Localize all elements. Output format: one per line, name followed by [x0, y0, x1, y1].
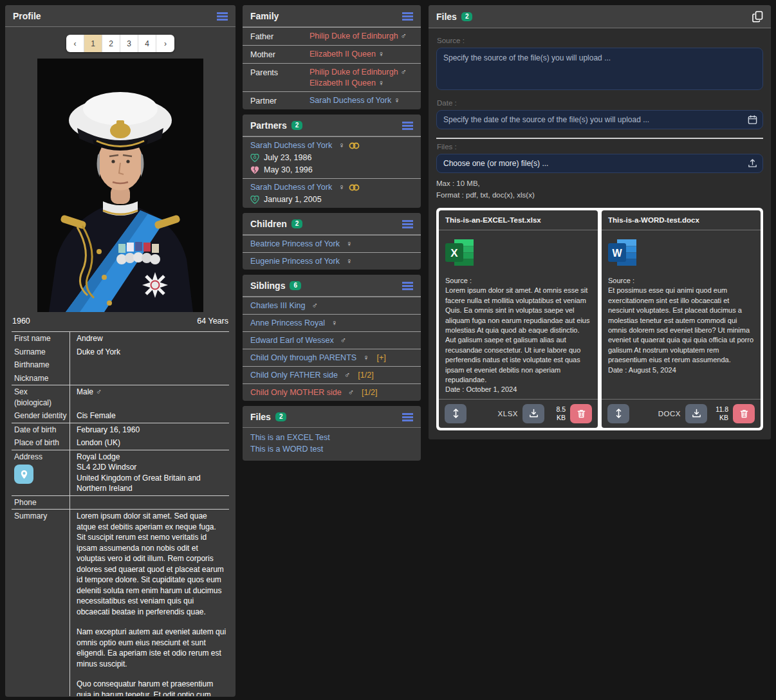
max-size-note: Max : 10 MB,	[436, 178, 763, 190]
person-link[interactable]: Sarah Duchess of York	[309, 96, 391, 105]
person-link[interactable]: Child Only FATHER side	[250, 371, 338, 380]
files-form-title: Files	[436, 12, 457, 22]
files-label: Files :	[437, 143, 763, 151]
menu-icon[interactable]	[217, 12, 228, 21]
file-link[interactable]: This is an EXCEL Test	[250, 432, 413, 443]
person-link[interactable]: Sarah Duchess of York	[250, 141, 332, 150]
person-link[interactable]: Sarah Duchess of York	[250, 183, 332, 192]
upload-icon[interactable]	[748, 159, 757, 169]
file-name: This-is-a-WORD-test.docx	[602, 210, 761, 230]
menu-icon[interactable]	[402, 220, 413, 228]
family-row-mother: Mother Elizabeth II Queen♀	[243, 45, 421, 63]
source-input[interactable]	[436, 48, 763, 90]
file-link[interactable]: This is a WORD test	[250, 443, 413, 455]
menu-icon[interactable]	[402, 12, 413, 21]
sibling-item: Child Only through PARENTS ♀ [+]	[243, 349, 421, 366]
profile-details-table: First nameAndrew SurnameDuke of York Bir…	[12, 331, 229, 696]
delete-button[interactable]	[733, 404, 755, 423]
pagination-page-3[interactable]: 3	[120, 35, 138, 52]
person-link[interactable]: Anne Princess Royal	[250, 318, 325, 327]
menu-icon[interactable]	[402, 282, 413, 290]
family-panel: Family Father Philip Duke of Edinburgh♂ …	[243, 5, 421, 109]
person-link[interactable]: Beatrice Princess of York	[250, 239, 340, 248]
pagination-prev-button[interactable]: ‹	[66, 35, 84, 52]
female-gender-icon: ♀	[338, 141, 344, 150]
children-title: Children	[250, 219, 287, 229]
card-source-label: Source :	[608, 276, 754, 286]
menu-icon[interactable]	[402, 122, 413, 130]
person-link[interactable]: Philip Duke of Edinburgh	[309, 68, 398, 77]
relation-tag: [1/2]	[358, 371, 373, 380]
person-link[interactable]: Elizabeth II Queen	[309, 50, 376, 59]
summary-text: Lorem ipsum dolor sit amet. Sed quae atq…	[69, 510, 229, 696]
menu-icon[interactable]	[402, 413, 413, 421]
relation-tag: [1/2]	[362, 388, 377, 397]
marriage-date: July 23, 1986	[264, 153, 311, 162]
pagination-next-button[interactable]: ›	[156, 35, 174, 52]
female-gender-icon: ♀	[331, 318, 337, 327]
copy-icon[interactable]	[752, 11, 763, 23]
field-label: Address	[14, 452, 67, 463]
file-card-word: This-is-a-WORD-test.docx W Source : Et p…	[602, 210, 761, 428]
date-input[interactable]	[436, 110, 763, 129]
person-link[interactable]: Elizabeth II Queen	[309, 78, 376, 88]
field-label: Phone	[12, 496, 69, 510]
siblings-title: Siblings	[250, 281, 285, 291]
child-item: Eugenie Princess of York ♀	[243, 252, 421, 270]
children-panel: Children 2 Beatrice Princess of York ♀ E…	[243, 213, 421, 270]
field-value	[69, 496, 229, 510]
sibling-item: Child Only FATHER side ♂ [1/2]	[243, 366, 421, 383]
partners-panel: Partners 2 Sarah Duchess of York ♀ July …	[243, 115, 421, 208]
person-link[interactable]: Charles III King	[250, 301, 305, 310]
partner-item: Sarah Duchess of York ♀ July 23, 1986	[243, 136, 421, 178]
family-title: Family	[250, 11, 279, 21]
form-divider	[436, 138, 763, 139]
up-down-arrow-icon	[452, 409, 459, 418]
person-link[interactable]: Edward Earl of Wessex	[250, 336, 334, 345]
profile-photo	[37, 59, 203, 312]
calendar-icon[interactable]	[748, 115, 757, 125]
pagination-page-2[interactable]: 2	[102, 35, 120, 52]
female-gender-icon: ♀	[394, 96, 400, 105]
profile-title: Profile	[13, 11, 41, 21]
person-link[interactable]: Child Only through PARENTS	[250, 353, 356, 362]
files-list-title: Files	[250, 412, 271, 422]
up-down-arrow-icon	[615, 409, 622, 418]
family-row-father: Father Philip Duke of Edinburgh♂	[243, 27, 421, 45]
siblings-panel: Siblings 6 Charles III King ♂ Anne Princ…	[243, 275, 421, 401]
marriage-date: January 1, 2005	[264, 195, 322, 204]
sibling-item: Charles III King ♂	[243, 297, 421, 314]
female-gender-icon: ♀	[363, 353, 369, 362]
pagination-page-1[interactable]: 1	[84, 35, 102, 52]
sibling-item: Anne Princess Royal ♀	[243, 314, 421, 331]
person-link[interactable]: Philip Duke of Edinburgh	[309, 32, 398, 41]
field-label: Gender identity	[12, 409, 69, 423]
date-label: Date :	[437, 99, 763, 107]
file-chooser-input[interactable]	[436, 154, 763, 173]
person-link[interactable]: Eugenie Princess of York	[250, 257, 340, 266]
map-pin-icon	[19, 470, 29, 479]
male-gender-icon: ♂	[96, 387, 102, 396]
female-gender-icon: ♀	[378, 78, 384, 88]
resize-button[interactable]	[607, 404, 629, 423]
download-icon	[529, 409, 539, 418]
resize-button[interactable]	[445, 404, 467, 423]
address-line: SL4 2JD Windsor	[77, 462, 226, 473]
svg-text:W: W	[612, 248, 622, 259]
age-label: 64 Years	[197, 317, 228, 326]
marriage-heart-icon	[250, 154, 259, 162]
map-pin-button[interactable]	[14, 465, 33, 484]
partners-count-badge: 2	[291, 121, 303, 130]
person-link[interactable]: Child Only MOTHER side	[250, 388, 342, 397]
female-gender-icon: ♀	[338, 183, 344, 192]
svg-text:X: X	[450, 247, 458, 259]
birth-year: 1960	[12, 317, 30, 326]
file-name: This-is-an-EXCEL-Test.xlsx	[439, 210, 598, 230]
pagination-page-4[interactable]: 4	[138, 35, 156, 52]
download-button[interactable]	[685, 404, 707, 423]
download-button[interactable]	[522, 404, 544, 423]
marriage-rings-icon	[349, 184, 360, 191]
delete-button[interactable]	[570, 404, 592, 423]
files-count-badge: 2	[275, 412, 287, 421]
male-gender-icon: ♂	[344, 371, 350, 380]
